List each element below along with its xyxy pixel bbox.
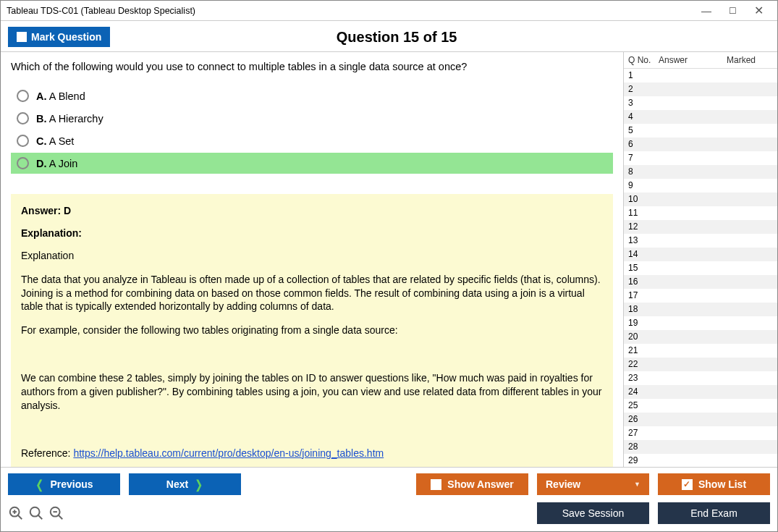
question-row[interactable]: 19 [624,316,777,330]
svg-line-7 [59,515,63,520]
question-row[interactable]: 29 [624,454,777,467]
explanation-p3: We can combine these 2 tables, simply by… [21,371,603,413]
main-scroll-area[interactable]: Which of the following would you use to … [1,52,623,467]
previous-label: Previous [50,478,93,490]
close-button[interactable]: ✕ [745,2,771,20]
zoom-out-icon[interactable] [48,505,64,521]
chevron-down-icon: ▼ [634,481,640,488]
question-row[interactable]: 18 [624,303,777,316]
question-row[interactable]: 8 [624,165,777,179]
col-marked: Marked [702,55,773,65]
question-row[interactable]: 21 [624,344,777,358]
question-row[interactable]: 27 [624,426,777,440]
question-row[interactable]: 17 [624,289,777,303]
titlebar: Tableau TDS-C01 (Tableau Desktop Special… [1,1,777,21]
svg-line-5 [38,515,43,520]
review-label: Review [546,478,580,490]
question-row[interactable]: 7 [624,151,777,165]
question-row[interactable]: 2 [624,83,777,96]
previous-button[interactable]: ❬ Previous [8,473,120,495]
col-qno: Q No. [628,55,659,65]
checkbox-icon [431,479,441,490]
explanation-p2: For example, consider the following two … [21,324,603,337]
question-counter: Question 15 of 15 [23,29,770,46]
question-row[interactable]: 14 [624,248,777,261]
question-row[interactable]: 20 [624,330,777,344]
question-row[interactable]: 26 [624,413,777,426]
reference-link[interactable]: https://help.tableau.com/current/pro/des… [73,447,384,459]
question-row[interactable]: 12 [624,220,777,234]
end-exam-label: End Exam [690,507,737,519]
next-label: Next [166,478,188,490]
question-list-panel: Q No. Answer Marked 12345678910111213141… [624,52,777,467]
option-label: D. A Join [36,158,77,169]
question-row[interactable]: 13 [624,234,777,248]
app-window: Tableau TDS-C01 (Tableau Desktop Special… [0,0,778,532]
radio-icon [17,135,29,147]
question-row[interactable]: 24 [624,385,777,399]
review-dropdown[interactable]: Review ▼ [537,473,649,495]
answer-line: Answer: D [21,204,603,218]
question-row[interactable]: 1 [624,69,777,83]
radio-icon [17,90,29,102]
end-exam-button[interactable]: End Exam [658,502,770,524]
chevron-right-icon: ❭ [194,478,203,491]
option-label: C. A Set [36,135,74,147]
explanation-p1: The data that you analyze in Tableau is … [21,273,603,314]
next-button[interactable]: Next ❭ [129,473,241,495]
question-row[interactable]: 15 [624,261,777,275]
explanation-label: Explanation: [21,227,603,240]
question-row[interactable]: 6 [624,138,777,151]
zoom-reset-icon[interactable] [28,505,44,521]
question-list-header: Q No. Answer Marked [624,52,777,69]
question-row[interactable]: 25 [624,399,777,413]
question-row[interactable]: 3 [624,96,777,110]
question-row[interactable]: 4 [624,110,777,124]
option-a[interactable]: A. A Blend [11,85,613,106]
option-d[interactable]: D. A Join [11,153,613,174]
reference-line: Reference: https://help.tableau.com/curr… [21,447,603,460]
option-label: B. A Hierarchy [36,113,103,124]
zoom-in-icon[interactable] [8,505,24,521]
body: Which of the following would you use to … [1,52,777,467]
question-row[interactable]: 11 [624,206,777,220]
question-row[interactable]: 28 [624,440,777,454]
svg-point-4 [30,507,40,517]
question-row[interactable]: 23 [624,371,777,385]
answer-panel: Answer: D Explanation: Explanation The d… [11,194,613,467]
svg-line-1 [18,515,22,520]
radio-icon [17,112,29,124]
question-row[interactable]: 10 [624,193,777,206]
footer: ❬ Previous Next ❭ Show Answer Review ▼ ✓… [1,467,777,531]
reference-prefix: Reference: [21,447,73,459]
radio-icon [17,157,29,169]
window-title: Tableau TDS-C01 (Tableau Desktop Special… [7,6,693,16]
chevron-left-icon: ❬ [35,478,44,491]
show-answer-label: Show Answer [447,478,513,490]
question-row[interactable]: 16 [624,275,777,289]
show-list-label: Show List [698,478,746,490]
show-list-button[interactable]: ✓ Show List [658,473,770,495]
main-column: Which of the following would you use to … [1,52,624,467]
zoom-controls [8,505,64,521]
question-row[interactable]: 9 [624,179,777,193]
option-c[interactable]: C. A Set [11,130,613,151]
col-answer: Answer [659,55,702,65]
maximize-button[interactable]: ☐ [719,2,745,20]
minimize-button[interactable]: — [693,2,719,20]
question-row[interactable]: 22 [624,358,777,371]
question-list[interactable]: 1234567891011121314151617181920212223242… [624,69,777,467]
options-list: A. A BlendB. A HierarchyC. A SetD. A Joi… [11,85,613,174]
save-session-label: Save Session [562,507,625,519]
option-b[interactable]: B. A Hierarchy [11,108,613,129]
checkbox-checked-icon: ✓ [682,479,693,490]
save-session-button[interactable]: Save Session [537,502,649,524]
option-label: A. A Blend [36,90,85,102]
show-answer-button[interactable]: Show Answer [416,473,528,495]
question-row[interactable]: 5 [624,124,777,138]
explanation-lead: Explanation [21,249,603,263]
header-bar: Mark Question Question 15 of 15 [1,21,777,52]
question-text: Which of the following would you use to … [11,61,613,72]
